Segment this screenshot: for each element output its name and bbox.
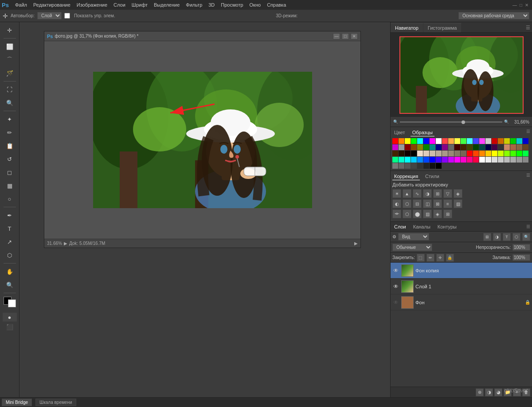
lock-paint-btn[interactable]: ✏ bbox=[426, 254, 434, 262]
threshold-btn[interactable]: ▧ bbox=[454, 199, 462, 208]
auto-select-dropdown[interactable]: Слой bbox=[37, 12, 62, 19]
swatch-extra-21[interactable] bbox=[461, 157, 466, 163]
swatch-42[interactable] bbox=[516, 144, 522, 150]
swatch-26[interactable] bbox=[417, 144, 423, 150]
curves-btn[interactable]: ∿ bbox=[413, 189, 422, 198]
swatch-extra-26[interactable] bbox=[492, 157, 497, 163]
swatch-extra-32[interactable] bbox=[392, 163, 398, 169]
swatch-extra-2[interactable] bbox=[479, 151, 485, 156]
layer-visibility-fon[interactable]: 👁 bbox=[392, 299, 399, 306]
doc-close-button[interactable]: ✕ bbox=[351, 33, 358, 39]
filter-text-btn[interactable]: T bbox=[503, 233, 511, 241]
workspace-select[interactable]: Основная рабочая среда bbox=[458, 12, 529, 19]
swatch-extra-13[interactable] bbox=[411, 157, 417, 163]
shape-tool[interactable]: ⬡ bbox=[3, 249, 17, 261]
swatch-24[interactable] bbox=[405, 144, 411, 150]
zoom-tool[interactable]: 🔍 bbox=[3, 279, 17, 291]
swatch-1[interactable] bbox=[399, 138, 404, 144]
swatch-extra-25[interactable] bbox=[485, 157, 491, 163]
bw-btn[interactable]: ◐ bbox=[392, 199, 401, 208]
marquee-tool[interactable]: ⬜ bbox=[3, 40, 17, 53]
swatch-22[interactable] bbox=[392, 144, 398, 150]
swatch-30[interactable] bbox=[442, 144, 448, 150]
swatch-extra-0[interactable] bbox=[467, 151, 473, 156]
crop-tool[interactable]: ⛶ bbox=[3, 83, 17, 96]
swatch-extra-4[interactable] bbox=[492, 151, 497, 156]
swatch-53[interactable] bbox=[448, 151, 454, 156]
swatch-11[interactable] bbox=[461, 138, 466, 144]
swatch-extra-29[interactable] bbox=[510, 157, 516, 163]
brightness-btn[interactable]: ☀ bbox=[392, 189, 401, 198]
show-controls-checkbox[interactable] bbox=[64, 13, 70, 19]
layer-styles-btn[interactable]: ⊛ bbox=[476, 388, 484, 396]
tab-layers[interactable]: Слои bbox=[391, 222, 410, 231]
zoom-plus-icon[interactable]: 🔍 bbox=[504, 120, 509, 124]
hand-tool[interactable]: ✋ bbox=[3, 265, 17, 278]
menu-view[interactable]: Просмотр bbox=[218, 1, 246, 8]
shadows-btn[interactable]: ⬤ bbox=[413, 209, 422, 218]
posterize-btn[interactable]: ≡ bbox=[443, 199, 452, 208]
color-panel-menu[interactable]: ☰ bbox=[526, 129, 530, 136]
swatch-51[interactable] bbox=[436, 151, 442, 156]
swatch-extra-15[interactable] bbox=[423, 157, 429, 163]
window-minimize[interactable]: — bbox=[512, 3, 517, 8]
swatch-3[interactable] bbox=[411, 138, 417, 144]
swatch-44[interactable] bbox=[392, 151, 398, 156]
lock-all-btn[interactable]: 🔒 bbox=[446, 254, 454, 262]
swatch-20[interactable] bbox=[516, 138, 522, 144]
wand-tool[interactable]: 🪄 bbox=[3, 67, 17, 79]
swatch-extra-6[interactable] bbox=[504, 151, 510, 156]
swatch-10[interactable] bbox=[454, 138, 460, 144]
swatch-5[interactable] bbox=[423, 138, 429, 144]
swatch-52[interactable] bbox=[442, 151, 448, 156]
lock-move-btn[interactable]: ✛ bbox=[436, 254, 444, 262]
path-tool[interactable]: ↗ bbox=[3, 236, 17, 248]
tab-styles[interactable]: Стили bbox=[423, 173, 441, 180]
tab-histogram[interactable]: Гистограмма bbox=[423, 23, 462, 32]
zoom-slider[interactable] bbox=[400, 121, 502, 123]
swatch-43[interactable] bbox=[523, 144, 528, 150]
selective-color-btn[interactable]: ⬡ bbox=[403, 209, 411, 218]
swatch-extra-11[interactable] bbox=[399, 157, 404, 163]
swatch-extra-5[interactable] bbox=[498, 151, 504, 156]
swatch-19[interactable] bbox=[510, 138, 516, 144]
swatch-38[interactable] bbox=[492, 144, 497, 150]
correction-panel-menu[interactable]: ☰ bbox=[526, 173, 530, 180]
menu-3d[interactable]: 3D bbox=[206, 1, 217, 8]
swatch-17[interactable] bbox=[498, 138, 504, 144]
filter-shape-btn[interactable]: ⬡ bbox=[512, 233, 520, 241]
zoom-thumb[interactable] bbox=[462, 120, 465, 124]
swatch-extra-1[interactable] bbox=[473, 151, 479, 156]
replace-color-btn[interactable]: ◈ bbox=[433, 209, 442, 218]
swatch-extra-8[interactable] bbox=[516, 151, 522, 156]
menu-image[interactable]: Изображение bbox=[74, 1, 110, 8]
swatch-27[interactable] bbox=[423, 144, 429, 150]
hdr-btn[interactable]: ▥ bbox=[423, 209, 432, 218]
swatch-extra-31[interactable] bbox=[523, 157, 528, 163]
invert-btn[interactable]: ⊠ bbox=[433, 199, 442, 208]
layers-panel-menu[interactable]: ☰ bbox=[524, 224, 532, 229]
swatch-extra-18[interactable] bbox=[442, 157, 448, 163]
swatch-36[interactable] bbox=[479, 144, 485, 150]
doc-maximize-button[interactable]: □ bbox=[342, 33, 349, 39]
tab-channels[interactable]: Каналы bbox=[410, 222, 434, 231]
swatch-31[interactable] bbox=[448, 144, 454, 150]
swatch-0[interactable] bbox=[392, 138, 398, 144]
swatch-6[interactable] bbox=[430, 138, 435, 144]
menu-select[interactable]: Выделение bbox=[151, 1, 182, 8]
blend-mode-select[interactable]: Обычные bbox=[392, 244, 432, 251]
tab-color[interactable]: Цвет bbox=[392, 129, 407, 136]
layer-row-sloy1[interactable]: 👁 Слой 1 bbox=[391, 279, 532, 295]
swatch-extra-12[interactable] bbox=[405, 157, 411, 163]
brush-tool[interactable]: ✏ bbox=[3, 126, 17, 139]
scroll-right[interactable]: ▶ bbox=[354, 241, 358, 246]
menu-window[interactable]: Окно bbox=[247, 1, 264, 8]
swatch-54[interactable] bbox=[454, 151, 460, 156]
fill-input[interactable] bbox=[512, 254, 530, 261]
adjustment-layer-btn[interactable]: ◕ bbox=[494, 388, 502, 396]
swatch-extra-10[interactable] bbox=[392, 157, 398, 163]
equalize-btn[interactable]: ⊞ bbox=[443, 209, 452, 218]
swatch-39[interactable] bbox=[498, 144, 504, 150]
tab-paths[interactable]: Контуры bbox=[434, 222, 460, 231]
swatch-extra-9[interactable] bbox=[523, 151, 528, 156]
